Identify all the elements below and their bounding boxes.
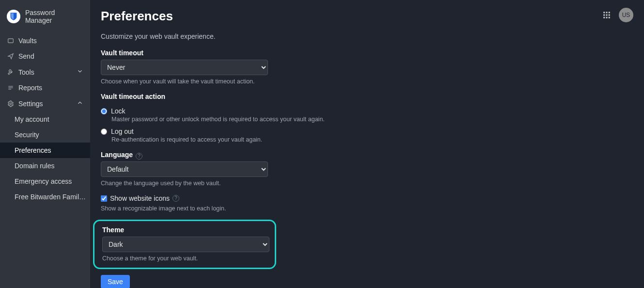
page-subtitle: Customize your web vault experience. [101, 32, 633, 40]
vault-timeout-action-label: Vault timeout action [101, 93, 165, 100]
subnav-emergency-access[interactable]: Emergency access [0, 174, 90, 189]
show-icons-checkbox[interactable] [101, 195, 107, 202]
subnav-label: Free Bitwarden Famil… [15, 193, 86, 201]
subnav-security[interactable]: Security [0, 127, 90, 143]
subnav-label: Domain rules [15, 162, 54, 170]
brand-logo-icon [7, 10, 20, 23]
subnav-domain-rules[interactable]: Domain rules [0, 158, 90, 174]
sidebar-item-label: Reports [18, 84, 42, 92]
subnav-my-account[interactable]: My account [0, 112, 90, 127]
radio-lock-help: Master password or other unlock method i… [111, 116, 372, 123]
reports-icon [7, 84, 15, 91]
radio-logout[interactable] [101, 128, 107, 135]
app-grid-icon[interactable] [602, 11, 611, 19]
sidebar-item-reports[interactable]: Reports [0, 80, 90, 96]
sidebar-item-label: Send [18, 52, 34, 60]
theme-select[interactable]: Dark [102, 237, 269, 252]
vault-icon [7, 37, 15, 44]
language-help: Change the language used by the web vaul… [101, 180, 372, 187]
save-button[interactable]: Save [101, 275, 130, 288]
language-select[interactable]: Default [101, 161, 268, 177]
header-actions: US [602, 8, 633, 22]
language-label: Language [101, 151, 133, 159]
svg-rect-9 [606, 15, 608, 16]
radio-lock[interactable] [101, 108, 107, 114]
radio-logout-label: Log out [111, 128, 134, 135]
svg-rect-7 [609, 12, 610, 13]
sidebar-item-settings[interactable]: Settings [0, 96, 90, 112]
show-icons-section: Show website icons ? Show a recognizable… [101, 194, 372, 212]
show-icons-help: Show a recognizable image next to each l… [101, 205, 372, 212]
info-icon[interactable]: ? [136, 153, 142, 160]
sidebar-item-vaults[interactable]: Vaults [0, 33, 90, 48]
main-content: US Preferences Customize your web vault … [90, 0, 644, 288]
sidebar-item-label: Settings [18, 100, 43, 108]
language-section: Language ? Default Change the language u… [101, 151, 372, 187]
svg-rect-8 [603, 15, 605, 16]
svg-rect-0 [8, 39, 14, 43]
avatar[interactable]: US [619, 8, 633, 22]
sidebar-item-send[interactable]: Send [0, 48, 90, 64]
sidebar-item-tools[interactable]: Tools [0, 64, 90, 80]
gear-icon [7, 100, 15, 107]
subnav-label: My account [15, 115, 49, 123]
tools-icon [7, 69, 15, 76]
subnav-label: Security [15, 131, 39, 139]
theme-label: Theme [102, 226, 124, 234]
vault-timeout-action-section: Vault timeout action Lock Master passwor… [101, 93, 372, 143]
theme-highlight: Theme Dark Choose a theme for your web v… [93, 220, 276, 269]
theme-help: Choose a theme for your web vault. [102, 255, 267, 262]
subnav-label: Emergency access [15, 177, 72, 185]
radio-lock-label: Lock [111, 107, 126, 115]
svg-rect-10 [609, 15, 610, 16]
chevron-down-icon [77, 68, 83, 76]
subnav-free-families[interactable]: Free Bitwarden Famil… [0, 189, 90, 205]
vault-timeout-help: Choose when your vault will take the vau… [101, 78, 372, 85]
vault-timeout-select[interactable]: Never [101, 60, 268, 75]
brand-name: Password Manager [25, 9, 83, 24]
sidebar-item-label: Tools [18, 68, 34, 76]
brand: Password Manager [0, 5, 90, 33]
subnav-preferences[interactable]: Preferences [0, 143, 90, 158]
sidebar-item-label: Vaults [18, 37, 37, 45]
chevron-up-icon [77, 99, 83, 108]
svg-rect-6 [606, 12, 608, 13]
send-icon [7, 53, 15, 60]
svg-rect-5 [603, 12, 605, 13]
svg-rect-11 [603, 17, 605, 18]
radio-logout-help: Re-authentication is required to access … [111, 136, 372, 143]
info-icon[interactable]: ? [173, 195, 179, 202]
settings-submenu: My account Security Preferences Domain r… [0, 112, 90, 205]
vault-timeout-label: Vault timeout [101, 49, 143, 57]
svg-point-4 [10, 103, 12, 105]
page-title: Preferences [101, 9, 633, 24]
show-icons-label: Show website icons [110, 194, 170, 202]
subnav-label: Preferences [15, 146, 51, 154]
sidebar: Password Manager Vaults Send Tools [0, 0, 90, 288]
vault-timeout-section: Vault timeout Never Choose when your vau… [101, 49, 372, 85]
svg-rect-13 [609, 17, 610, 18]
svg-rect-12 [606, 17, 608, 18]
